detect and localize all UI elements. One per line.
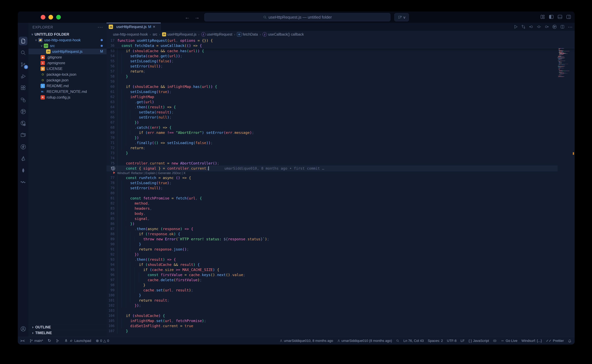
- activity-remote-explorer-icon[interactable]: [19, 96, 27, 104]
- ports-icon[interactable]: [493, 339, 497, 343]
- line-number[interactable]: 66: [106, 115, 115, 120]
- code-line[interactable]: 57 return;: [106, 69, 575, 74]
- command-center-search[interactable]: useHttpRequest.js — untitled folder: [204, 13, 390, 21]
- line-number[interactable]: 102: [106, 303, 115, 308]
- line-number[interactable]: 65: [106, 110, 115, 115]
- line-number[interactable]: 54: [106, 53, 115, 58]
- blame-date-item[interactable]: umarSiddique010 (8 months ago): [337, 339, 392, 343]
- code-line[interactable]: 56 setError(null);: [106, 64, 575, 69]
- breadcrumb-item[interactable]: use-http-request-hook: [113, 32, 148, 37]
- explorer-item-RECRUITER_NOTE.md[interactable]: M↓RECRUITER_NOTE.md: [28, 89, 106, 94]
- code-line[interactable]: 62 inFlightMap: [106, 94, 575, 99]
- explorer-item-rollup.config.js[interactable]: Rrollup.config.js: [28, 94, 106, 100]
- code-line[interactable]: 81 const fetchPromise = fetch(url, {: [106, 196, 575, 201]
- titlebar[interactable]: ← → useHttpRequest.js — untitled folder …: [18, 12, 575, 23]
- line-number[interactable]: 103: [106, 308, 115, 313]
- line-number[interactable]: 104: [106, 313, 115, 318]
- line-number[interactable]: 90: [106, 242, 115, 247]
- code-line[interactable]: 83 headers,: [106, 206, 575, 211]
- code-line[interactable]: 92 }): [106, 252, 575, 257]
- code-line[interactable]: 71 .finally(() => setIsLoading(false));: [106, 140, 575, 145]
- line-number[interactable]: 78: [106, 180, 115, 185]
- line-number[interactable]: 97: [106, 277, 115, 282]
- timeline-section[interactable]: ›TIMELINE: [28, 330, 106, 336]
- code-line[interactable]: 63 .get(url): [106, 99, 575, 104]
- windsurf-status-item[interactable]: Windsurf: {...}: [521, 339, 542, 343]
- line-number[interactable]: 68: [106, 125, 115, 130]
- activity-explorer-icon[interactable]: [19, 37, 27, 45]
- code-line[interactable]: 94 if (shouldCache && result) {: [106, 262, 575, 267]
- breadcrumb-item[interactable]: JSuseHttpRequest.js: [162, 32, 196, 37]
- code-line[interactable]: 75 controller.current = new AbortControl…: [106, 161, 575, 166]
- code-line[interactable]: 59: [106, 79, 575, 84]
- line-number[interactable]: 36: [106, 43, 115, 48]
- zoom-status-icon[interactable]: [396, 339, 399, 343]
- launchpad-button[interactable]: Launchpad: [64, 339, 91, 343]
- explorer-item-package-lock.json[interactable]: ⬡package-lock.json: [28, 72, 106, 77]
- encoding-item[interactable]: UTF-8: [447, 339, 456, 343]
- code-line[interactable]: 102 });: [106, 303, 575, 308]
- explorer-item-useHttpRequest.js[interactable]: JSuseHttpRequest.jsM: [28, 49, 106, 54]
- breadcrumb-item[interactable]: src: [153, 32, 157, 37]
- code-line[interactable]: 99 cache.set(url, result);: [106, 287, 575, 293]
- breadcrumb-item[interactable]: ⊡fetchData: [237, 32, 258, 37]
- code-line[interactable]: 96 const firstValue = cache.keys().next(…: [106, 272, 575, 277]
- code-line[interactable]: 107 }: [106, 328, 575, 333]
- activity-account-icon[interactable]: [19, 325, 27, 333]
- code-line[interactable]: 101 return result;: [106, 298, 575, 303]
- blame-author-item[interactable]: umarSiddique010, 8 months ago: [280, 339, 333, 343]
- code-line[interactable]: 97 cache.delete(firstValue);: [106, 277, 575, 282]
- activity-mongodb-icon[interactable]: [19, 166, 27, 175]
- line-number[interactable]: 98: [106, 282, 115, 287]
- run-file-icon[interactable]: [513, 25, 518, 29]
- line-number[interactable]: 75: [106, 161, 115, 166]
- line-number[interactable]: 62: [106, 94, 115, 99]
- close-icon[interactable]: ×: [153, 24, 155, 29]
- activity-source-control-icon[interactable]: 1: [19, 60, 27, 69]
- git-branch-item[interactable]: main*: [29, 339, 43, 343]
- line-number[interactable]: 106: [106, 323, 115, 328]
- line-number[interactable]: 86: [106, 221, 115, 226]
- line-number[interactable]: 83: [106, 206, 115, 211]
- explorer-item-README.md[interactable]: iREADME.md: [28, 83, 106, 89]
- code-line[interactable]: 17function useHttpRequest(url, options =…: [106, 38, 575, 43]
- line-number[interactable]: 70: [106, 135, 115, 140]
- workspace-section[interactable]: ∨ UNTITLED FOLDER: [28, 31, 106, 37]
- code-line[interactable]: 104 if (shouldCache) {: [106, 313, 575, 318]
- line-number[interactable]: 91: [106, 247, 115, 252]
- lightbulb-icon[interactable]: [111, 166, 115, 170]
- code-line[interactable]: 93 .then((result) => {: [106, 257, 575, 262]
- windsurf-codelens[interactable]: Windsurf: Refactor | Explain | Generate …: [106, 171, 575, 175]
- minimize-window-button[interactable]: [48, 15, 53, 20]
- code-line[interactable]: 73 }: [106, 150, 575, 156]
- zoom-window-button[interactable]: [56, 15, 61, 20]
- line-number[interactable]: 81: [106, 196, 115, 201]
- more-actions-icon[interactable]: ···: [568, 24, 572, 29]
- line-number[interactable]: 79: [106, 185, 115, 190]
- code-line[interactable]: 65 setData(result);: [106, 110, 575, 115]
- line-number[interactable]: 94: [106, 262, 115, 267]
- code-line[interactable]: 89 throw new Error(`HTTP error! status: …: [106, 236, 575, 242]
- go-live-button[interactable]: Go Live: [501, 339, 517, 343]
- code-line[interactable]: 86 }): [106, 221, 575, 226]
- code-editor[interactable]: 17function useHttpRequest(url, options =…: [106, 38, 575, 337]
- code-line[interactable]: 76 const { signal } = controller.current…: [106, 166, 575, 171]
- code-line[interactable]: 88 if (!response.ok) {: [106, 231, 575, 236]
- line-number[interactable]: 87: [106, 226, 115, 231]
- line-number[interactable]: 96: [106, 272, 115, 277]
- activity-gitlens-icon[interactable]: [19, 119, 27, 128]
- code-line[interactable]: 68 .catch((err) => {: [106, 125, 575, 130]
- line-number[interactable]: 107: [106, 328, 115, 333]
- line-number[interactable]: 56: [106, 64, 115, 69]
- eol-item[interactable]: LF: [461, 339, 465, 343]
- toggle-panel-icon[interactable]: [557, 14, 563, 20]
- toggle-sidebar-right-icon[interactable]: [566, 14, 571, 20]
- code-line[interactable]: 84 body,: [106, 211, 575, 216]
- code-line[interactable]: 98 }: [106, 282, 575, 287]
- minimap[interactable]: [557, 38, 571, 337]
- outline-section[interactable]: ›OUTLINE: [28, 324, 106, 330]
- code-line[interactable]: 69 if (err.name !== "AbortError") setErr…: [106, 130, 575, 135]
- code-line[interactable]: 103: [106, 308, 575, 313]
- activity-commit-graph-icon[interactable]: [19, 107, 27, 116]
- line-number[interactable]: 92: [106, 252, 115, 257]
